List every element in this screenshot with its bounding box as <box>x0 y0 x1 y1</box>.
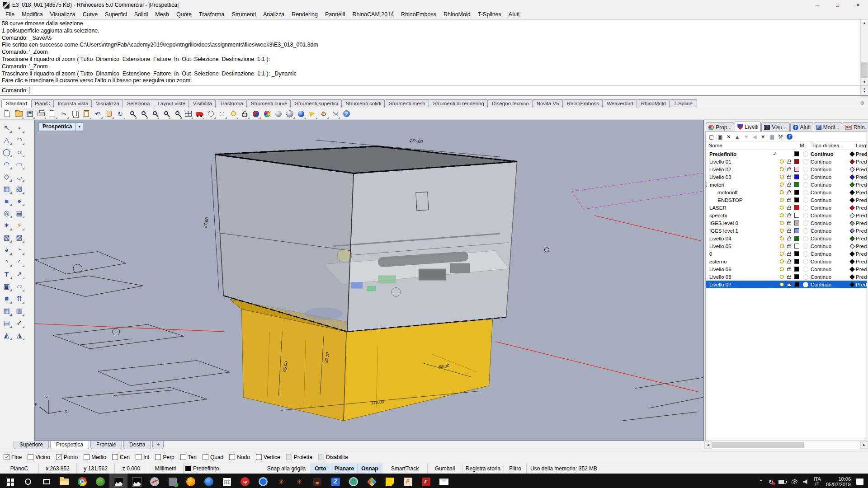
panel-tab-livelli[interactable]: Livelli <box>735 122 761 131</box>
taskbar-rhinoceros-6-icon[interactable] <box>127 474 146 488</box>
status-snap-alla-griglia[interactable]: Snap alla griglia <box>263 463 310 474</box>
scroll-left-icon[interactable]: ◀ <box>704 441 712 449</box>
layer-print-width[interactable]: Predefi <box>856 236 867 241</box>
viewport-title-dropdown-icon[interactable]: ▼ <box>76 122 83 131</box>
toolbar-tab-imposta-vista[interactable]: Imposta vista <box>53 99 93 108</box>
layer-linetype[interactable]: Continuo <box>811 205 849 211</box>
status-registra-storia[interactable]: Registra storia <box>462 463 504 474</box>
layer-visibility-bulb-icon[interactable] <box>778 252 786 256</box>
layer-row-motori[interactable]: −motoriContinuoPredefi <box>706 181 867 188</box>
menu-rhinoemboss[interactable]: RhinoEmboss <box>397 11 440 18</box>
zoom-selected-icon[interactable] <box>149 108 160 119</box>
patch-surface-tool-icon[interactable]: ▧ <box>14 183 25 194</box>
layer-row-livello-07[interactable]: Livello 07ContinuoPredefi <box>706 281 867 288</box>
boolean-union-tool-icon[interactable]: ◔ <box>14 244 25 255</box>
layer-lock-icon[interactable] <box>786 237 793 240</box>
layer-material-circle[interactable] <box>801 251 811 257</box>
layer-material-circle[interactable] <box>801 282 811 287</box>
toolbar-tab-visibilit[interactable]: Visibilità <box>189 99 217 108</box>
layer-print-width[interactable]: Predefi <box>856 244 867 249</box>
layer-lock-icon[interactable] <box>786 206 793 210</box>
layer-visibility-bulb-icon[interactable] <box>778 229 786 233</box>
viewport-tab-prospettica[interactable]: Prospettica <box>50 441 89 449</box>
taskbar-spider-tool-icon[interactable]: ✳ <box>290 474 308 488</box>
point-order-icon[interactable]: ∷ <box>217 108 227 119</box>
layer-print-color-diamond[interactable] <box>849 275 856 279</box>
scrollbar-thumb[interactable] <box>712 442 804 448</box>
layer-lock-icon[interactable] <box>786 229 793 233</box>
panel-tab-modi[interactable]: Modi... <box>814 122 842 131</box>
layer-visibility-bulb-icon[interactable] <box>778 198 786 202</box>
osnap-nodo[interactable]: Nodo <box>229 454 250 460</box>
layer-color-swatch[interactable] <box>793 167 801 172</box>
layer-row-iges-level-1[interactable]: IGES level 1ContinuoPredefi <box>706 227 867 235</box>
wifi-icon[interactable] <box>791 479 798 484</box>
render-sphere-icon[interactable] <box>273 108 284 119</box>
layer-print-color-diamond[interactable] <box>849 198 856 202</box>
taskbar-start-icon[interactable] <box>1 474 19 488</box>
fillet-curve-tool-icon[interactable]: ◝ <box>1 256 12 267</box>
layer-row-predefinito[interactable]: Predefinito✓ContinuoPrede <box>706 150 867 158</box>
taskbar-fusion-360-icon[interactable]: F <box>399 474 417 488</box>
pan-icon[interactable] <box>104 108 114 119</box>
undo-icon[interactable]: ↶ <box>92 108 103 119</box>
layer-linetype[interactable]: Continuo <box>811 236 849 241</box>
zoom-previous-icon[interactable] <box>171 108 182 119</box>
menu-aiuti[interactable]: Aiuti <box>505 11 523 18</box>
osnap-quad[interactable]: Quad <box>203 454 223 460</box>
layer-print-color-diamond[interactable] <box>849 260 856 263</box>
layer-visibility-bulb-icon[interactable] <box>778 167 786 171</box>
layer-print-width[interactable]: Predefi <box>856 205 867 211</box>
viewport-title[interactable]: Prospettica ▼ <box>38 122 83 131</box>
layer-lock-icon[interactable] <box>786 198 793 202</box>
layer-visibility-bulb-icon[interactable] <box>778 183 786 187</box>
layer-print-width[interactable]: Prede <box>856 151 867 157</box>
toolbar-tab-t-spline[interactable]: T-Spline <box>669 99 697 108</box>
split-tool-icon[interactable]: ▨ <box>14 232 25 243</box>
select-tool-icon[interactable]: ↖ <box>1 122 12 133</box>
menu-rhinocam-2014[interactable]: RhinoCAM 2014 <box>349 11 397 18</box>
shaded-viewport-icon[interactable] <box>250 108 261 119</box>
explode-tool-icon[interactable]: ⚡ <box>14 220 25 231</box>
circle-tool-icon[interactable]: ◯ <box>1 146 12 158</box>
layer-material-circle[interactable] <box>801 167 811 172</box>
layer-material-circle[interactable] <box>801 274 811 280</box>
viewport-title-label[interactable]: Prospettica <box>38 122 76 131</box>
taskbar-atom-icon[interactable] <box>344 474 363 488</box>
move-layer-up-icon[interactable]: ▲ <box>735 134 740 140</box>
clock[interactable]: 10:0605/02/2019 <box>826 476 851 488</box>
taskbar-sticky-notes-icon[interactable] <box>381 474 399 488</box>
command-input[interactable]: Comando: ▲▼ <box>0 86 868 96</box>
panel-horizontal-scrollbar[interactable]: ◀ ▶ <box>704 441 868 449</box>
point-tool-icon[interactable]: ◦ <box>14 122 25 133</box>
layer-linetype[interactable]: Continuo <box>811 228 849 234</box>
layer-print-width[interactable]: Predefi <box>856 159 867 164</box>
layer-lock-icon[interactable] <box>786 275 793 279</box>
layer-visibility-bulb-icon[interactable] <box>778 259 786 263</box>
layer-visibility-bulb-icon[interactable] <box>778 206 786 210</box>
extend-curve-tool-icon[interactable]: ◜ <box>14 256 25 267</box>
layer-row-endstop[interactable]: ENDSTOPContinuoPredefi <box>706 196 867 204</box>
taskbar-bluegriffon-icon[interactable] <box>254 474 272 488</box>
new-file-icon[interactable] <box>2 108 13 119</box>
toolbar-tab-novit-v5[interactable]: Novità V5 <box>532 99 564 108</box>
layer-visibility-bulb-icon[interactable] <box>778 221 786 225</box>
toolbar-tab-rhinomold[interactable]: RhinoMold <box>637 99 670 108</box>
layer-print-width[interactable]: Predefi <box>856 190 867 195</box>
taskbar-file-explorer-icon[interactable] <box>55 474 73 488</box>
layer-linetype[interactable]: Continuo <box>811 159 849 164</box>
layer-material-circle[interactable] <box>801 205 811 211</box>
osnap-vertice[interactable]: Vertice <box>256 454 280 460</box>
surface-from-curves-tool-icon[interactable]: ▤ <box>14 207 25 219</box>
toolbar-gear-icon[interactable]: ⚙ <box>860 100 864 106</box>
layer-visibility-bulb-icon[interactable] <box>778 236 786 240</box>
taskbar-soldering-app-icon[interactable] <box>308 474 326 488</box>
sync-error-icon[interactable]: ↻ <box>769 479 774 485</box>
surface-points-tool-icon[interactable]: ▦ <box>1 183 12 194</box>
taskbar-freecad-icon[interactable]: F <box>417 474 435 488</box>
filter-layers-icon[interactable]: ▼ <box>760 134 766 140</box>
menu-t-splines[interactable]: T-Splines <box>474 11 505 18</box>
layer-print-width[interactable]: Predefi <box>856 282 867 287</box>
status-smarttrack[interactable]: SmartTrack <box>382 463 428 474</box>
new-layer-icon[interactable]: ▢ <box>709 134 714 140</box>
